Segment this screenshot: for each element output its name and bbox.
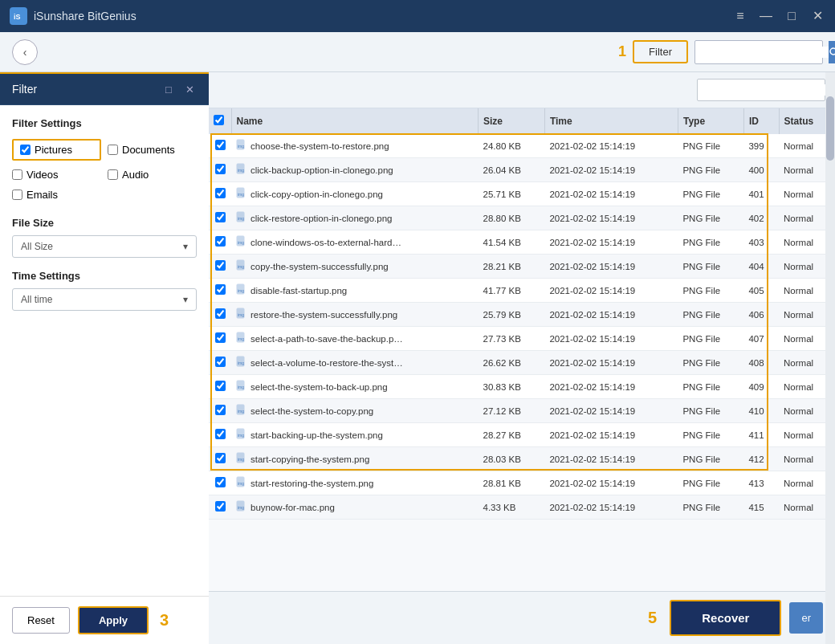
filter-emails-checkbox[interactable]: Emails <box>12 189 101 201</box>
audio-input[interactable] <box>108 169 118 180</box>
table-row[interactable]: img click-backup-option-in-clonego.png 2… <box>209 158 835 182</box>
back-button[interactable]: ‹ <box>12 39 38 65</box>
row-checkbox[interactable] <box>215 501 226 512</box>
filter-audio-checkbox[interactable]: Audio <box>108 169 197 181</box>
filter-panel-minimize[interactable]: □ <box>161 82 176 96</box>
videos-input[interactable] <box>12 169 22 180</box>
reset-button[interactable]: Reset <box>12 607 70 634</box>
file-size-value: All Size <box>21 241 53 252</box>
row-checkbox[interactable] <box>215 284 226 295</box>
row-checkbox[interactable] <box>215 260 226 271</box>
maximize-button[interactable]: □ <box>784 8 800 24</box>
row-checkbox[interactable] <box>215 140 226 150</box>
row-checkbox[interactable] <box>215 332 226 343</box>
apply-button[interactable]: Apply <box>78 606 149 634</box>
table-row[interactable]: img start-copying-the-system.png 28.03 K… <box>209 447 835 471</box>
row-checkbox-cell[interactable] <box>209 375 231 399</box>
row-checkbox-cell[interactable] <box>209 495 231 520</box>
row-checkbox[interactable] <box>215 188 226 198</box>
pictures-input[interactable] <box>20 145 31 155</box>
svg-text:img: img <box>238 409 244 414</box>
table-row[interactable]: img select-the-system-to-back-up.png 30.… <box>209 375 835 399</box>
row-checkbox[interactable] <box>215 477 226 487</box>
row-checkbox[interactable] <box>215 429 226 439</box>
table-row[interactable]: img select-the-system-to-copy.png 27.12 … <box>209 399 835 423</box>
file-table-body: img choose-the-system-to-restore.png 24.… <box>209 134 835 520</box>
row-checkbox-cell[interactable] <box>209 471 231 495</box>
row-id: 408 <box>743 351 779 375</box>
row-checkbox-cell[interactable] <box>209 206 231 230</box>
time-settings-select[interactable]: All time ▾ <box>12 288 197 311</box>
select-all-checkbox[interactable] <box>214 115 224 125</box>
row-checkbox-cell[interactable] <box>209 182 231 206</box>
row-checkbox[interactable] <box>215 164 226 174</box>
row-checkbox[interactable] <box>215 212 226 222</box>
file-size-select[interactable]: All Size ▾ <box>12 235 197 258</box>
table-row[interactable]: img start-restoring-the-system.png 28.81… <box>209 471 835 495</box>
file-search-input[interactable] <box>698 84 828 96</box>
row-checkbox[interactable] <box>215 357 226 367</box>
filter-panel-close[interactable]: ✕ <box>182 82 197 96</box>
filter-button[interactable]: Filter <box>633 40 688 63</box>
row-checkbox[interactable] <box>215 381 226 391</box>
row-checkbox-cell[interactable] <box>209 327 231 351</box>
col-name[interactable]: Name <box>231 108 479 134</box>
svg-text:img: img <box>238 216 244 221</box>
row-checkbox-cell[interactable] <box>209 158 231 182</box>
toolbar-search-input[interactable] <box>695 47 829 58</box>
row-checkbox-cell[interactable] <box>209 423 231 447</box>
filter-documents-checkbox[interactable]: Documents <box>108 139 197 161</box>
row-type: PNG File <box>678 303 743 327</box>
svg-text:img: img <box>238 336 244 341</box>
scrollbar-track[interactable] <box>825 72 835 644</box>
row-checkbox-cell[interactable] <box>209 134 231 158</box>
row-name: img buynow-for-mac.png <box>231 495 479 520</box>
recover-button[interactable]: Recover <box>670 600 781 636</box>
table-row[interactable]: img select-a-volume-to-restore-the-syste… <box>209 351 835 375</box>
table-row[interactable]: img restore-the-system-successfully.png … <box>209 303 835 327</box>
emails-input[interactable] <box>12 190 22 200</box>
table-row[interactable]: img buynow-for-mac.png 4.33 KB 2021-02-0… <box>209 495 835 520</box>
table-row[interactable]: img select-a-path-to-save-the-backup.png… <box>209 327 835 351</box>
files-table: Name Size Time Type ID Status img c <box>209 108 835 520</box>
table-row[interactable]: img choose-the-system-to-restore.png 24.… <box>209 134 835 158</box>
toolbar-search-button[interactable] <box>829 41 835 63</box>
col-type[interactable]: Type <box>678 108 743 134</box>
svg-text:img: img <box>238 240 244 245</box>
row-checkbox[interactable] <box>215 453 226 463</box>
file-icon: img <box>236 356 247 369</box>
documents-input[interactable] <box>108 145 118 155</box>
table-row[interactable]: img clone-windows-os-to-external-hard-dr… <box>209 230 835 255</box>
row-checkbox-cell[interactable] <box>209 447 231 471</box>
file-icon: img <box>236 476 247 490</box>
table-row[interactable]: img click-copy-option-in-clonego.png 25.… <box>209 182 835 206</box>
row-checkbox-cell[interactable] <box>209 279 231 303</box>
col-size[interactable]: Size <box>479 108 545 134</box>
row-checkbox-cell[interactable] <box>209 255 231 279</box>
table-row[interactable]: img start-backing-up-the-system.png 28.2… <box>209 423 835 447</box>
row-name: img select-the-system-to-back-up.png <box>231 375 479 399</box>
table-row[interactable]: img copy-the-system-successfully.png 28.… <box>209 255 835 279</box>
row-checkbox-cell[interactable] <box>209 399 231 423</box>
close-button[interactable]: ✕ <box>809 8 825 24</box>
minimize-button[interactable]: — <box>758 8 774 24</box>
file-icon: img <box>236 259 247 273</box>
row-name: img start-copying-the-system.png <box>231 447 479 471</box>
row-checkbox[interactable] <box>215 236 226 247</box>
col-id[interactable]: ID <box>743 108 779 134</box>
row-checkbox[interactable] <box>215 308 226 319</box>
row-type: PNG File <box>678 399 743 423</box>
table-row[interactable]: img click-restore-option-in-clonego.png … <box>209 206 835 230</box>
table-row[interactable]: img disable-fast-startup.png 41.77 KB 20… <box>209 279 835 303</box>
filter-pictures-checkbox[interactable]: Pictures <box>12 139 101 161</box>
file-area: 4 Name Size Time Type ID Status <box>209 72 835 644</box>
row-checkbox-cell[interactable] <box>209 351 231 375</box>
next-button[interactable]: er <box>789 602 823 634</box>
filter-videos-checkbox[interactable]: Videos <box>12 169 101 181</box>
scrollbar-thumb[interactable] <box>826 96 834 161</box>
row-checkbox-cell[interactable] <box>209 230 231 255</box>
row-checkbox-cell[interactable] <box>209 303 231 327</box>
menu-icon[interactable]: ≡ <box>732 8 748 24</box>
col-time[interactable]: Time <box>544 108 678 134</box>
row-checkbox[interactable] <box>215 405 226 415</box>
